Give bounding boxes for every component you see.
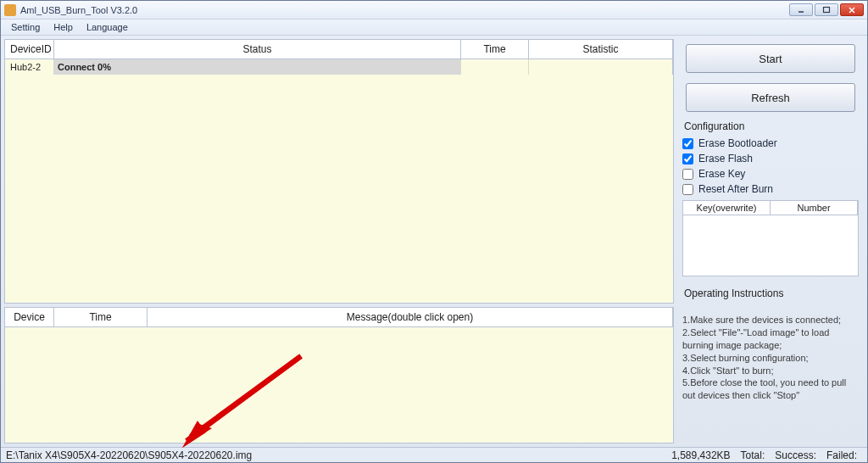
checkbox-label: Erase Key (698, 168, 745, 180)
image-size: 1,589,432KB (671, 449, 730, 461)
col-message[interactable]: Message(double click open) (147, 308, 673, 327)
statusbar: E:\Tanix X4\S905X4-20220620\S905X4-20220… (1, 447, 867, 462)
refresh-button[interactable]: Refresh (686, 83, 855, 112)
instruction-line: 3.Select burning configuration; (682, 352, 859, 365)
col-key-overwrite[interactable]: Key(overwrite) (683, 201, 771, 215)
table-row[interactable]: Hub2-2 Connect 0% (5, 59, 673, 75)
checkbox-input[interactable] (682, 138, 693, 149)
window-title: Aml_USB_Burn_Tool V3.2.0 (20, 5, 789, 15)
col-statistic[interactable]: Statistic (529, 40, 673, 59)
menu-help[interactable]: Help (47, 20, 80, 34)
instruction-line: 4.Click "Start" to burn; (682, 365, 859, 377)
checkbox-input[interactable] (682, 153, 693, 165)
svg-rect-1 (824, 7, 830, 12)
minimize-button[interactable] (789, 3, 813, 16)
cell-statistic (529, 59, 673, 75)
message-log-table: Device Time Message(double click open) (4, 307, 674, 443)
start-button[interactable]: Start (686, 44, 855, 73)
cell-time (461, 59, 529, 75)
cell-deviceid: Hub2-2 (5, 59, 54, 75)
success-label: Success: (775, 449, 816, 461)
col-key-number[interactable]: Number (771, 201, 858, 215)
checkbox-label: Reset After Burn (698, 183, 773, 195)
erase-bootloader-checkbox[interactable]: Erase Bootloader (682, 137, 859, 149)
instructions-title: Operating Instructions (682, 287, 859, 300)
maximize-button[interactable] (815, 3, 838, 16)
device-status-table: DeviceID Status Time Statistic Hub2-2 Co… (4, 39, 674, 304)
col-status[interactable]: Status (54, 40, 461, 59)
image-path: E:\Tanix X4\S905X4-20220620\S905X4-20220… (6, 449, 671, 461)
col-deviceid[interactable]: DeviceID (5, 40, 54, 59)
instruction-line: 5.Before close the tool, you need to pul… (682, 377, 859, 402)
menu-language[interactable]: Language (80, 20, 135, 34)
total-label: Total: (741, 449, 765, 461)
cell-status: Connect 0% (54, 59, 461, 75)
erase-key-checkbox[interactable]: Erase Key (682, 168, 859, 180)
reset-after-burn-checkbox[interactable]: Reset After Burn (682, 183, 859, 195)
col-log-time[interactable]: Time (54, 308, 147, 327)
configuration-title: Configuration (682, 120, 859, 132)
operating-instructions: Operating Instructions 1.Make sure the d… (682, 287, 859, 402)
erase-flash-checkbox[interactable]: Erase Flash (682, 153, 859, 165)
checkbox-label: Erase Bootloader (698, 137, 777, 149)
checkbox-label: Erase Flash (698, 153, 753, 165)
app-icon (4, 4, 16, 16)
checkbox-input[interactable] (682, 184, 693, 195)
configuration-panel: Configuration Erase Bootloader Erase Fla… (682, 120, 859, 276)
titlebar: Aml_USB_Burn_Tool V3.2.0 (1, 1, 867, 20)
key-table: Key(overwrite) Number (682, 200, 859, 276)
col-device[interactable]: Device (5, 308, 54, 327)
menu-setting[interactable]: Setting (4, 20, 47, 34)
instruction-line: 2.Select "File"-"Load image" to load bur… (682, 326, 859, 352)
checkbox-input[interactable] (682, 169, 693, 180)
menubar: Setting Help Language (1, 20, 867, 36)
failed-label: Failed: (826, 449, 857, 461)
instruction-line: 1.Make sure the devices is connected; (682, 314, 859, 326)
close-button[interactable] (840, 3, 864, 16)
col-time[interactable]: Time (461, 40, 529, 59)
